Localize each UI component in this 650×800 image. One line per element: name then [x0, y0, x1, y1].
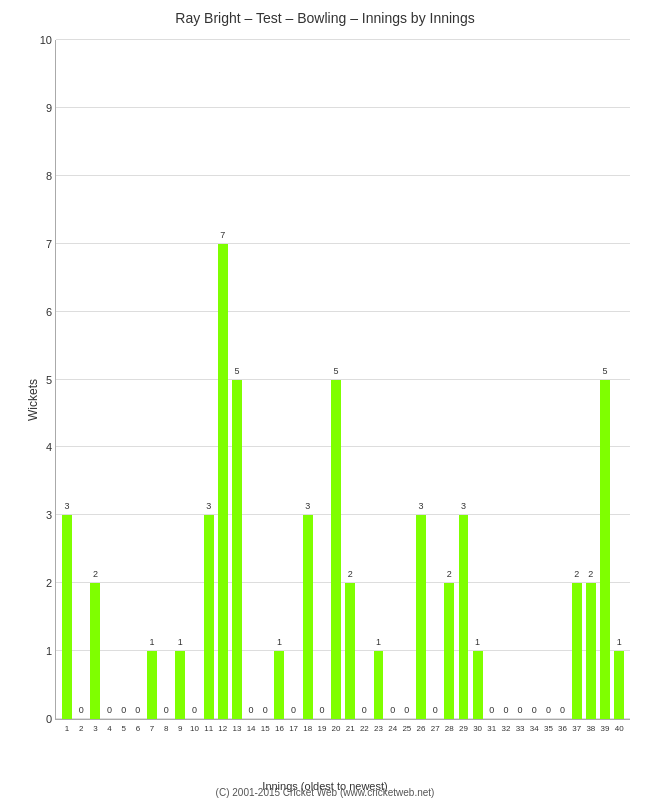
x-tick-label: 24: [386, 724, 400, 733]
chart-area: 0123456789103102230405061708190103117125…: [55, 40, 630, 720]
x-tick-label: 40: [612, 724, 626, 733]
bar-group: 036: [555, 40, 569, 719]
bar-value-label: 2: [345, 569, 355, 579]
bar-group: 022: [357, 40, 371, 719]
bar-value-label: 0: [105, 705, 115, 715]
x-tick-label: 21: [343, 724, 357, 733]
bar-value-label: 0: [430, 705, 440, 715]
bar-group: 329: [456, 40, 470, 719]
bar-value-label: 5: [232, 366, 242, 376]
bar-group: 116: [272, 40, 286, 719]
y-tick-label: 1: [46, 645, 56, 657]
bar-group: 712: [216, 40, 230, 719]
bar-group: 221: [343, 40, 357, 719]
bar: 2: [444, 583, 454, 719]
bar-value-label: 0: [190, 705, 200, 715]
bar-value-label: 0: [515, 705, 525, 715]
x-tick-label: 35: [541, 724, 555, 733]
bar-value-label: 1: [274, 637, 284, 647]
x-tick-label: 6: [131, 724, 145, 733]
x-tick-label: 10: [187, 724, 201, 733]
bar-group: 04: [102, 40, 116, 719]
bar-value-label: 0: [119, 705, 129, 715]
bar-group: 010: [187, 40, 201, 719]
x-tick-label: 15: [258, 724, 272, 733]
x-tick-label: 3: [88, 724, 102, 733]
bar-value-label: 1: [473, 637, 483, 647]
bar-group: 05: [117, 40, 131, 719]
bar-value-label: 0: [260, 705, 270, 715]
bar-value-label: 3: [303, 501, 313, 511]
x-tick-label: 14: [244, 724, 258, 733]
bar: 2: [572, 583, 582, 719]
bar-group: 19: [173, 40, 187, 719]
bar-group: 034: [527, 40, 541, 719]
y-tick-label: 2: [46, 577, 56, 589]
bar-group: 520: [329, 40, 343, 719]
y-tick-label: 4: [46, 441, 56, 453]
x-tick-label: 25: [400, 724, 414, 733]
bar-group: 513: [230, 40, 244, 719]
bar-group: 031: [485, 40, 499, 719]
bar: 3: [204, 515, 214, 719]
bar: 2: [90, 583, 100, 719]
bar-value-label: 2: [572, 569, 582, 579]
bar-group: 318: [301, 40, 315, 719]
bar-value-label: 7: [218, 230, 228, 240]
bar-group: 025: [400, 40, 414, 719]
y-tick-label: 10: [40, 34, 56, 46]
bar-group: 033: [513, 40, 527, 719]
bar-value-label: 2: [90, 569, 100, 579]
x-tick-label: 18: [301, 724, 315, 733]
bar-group: 035: [541, 40, 555, 719]
x-tick-label: 22: [357, 724, 371, 733]
bar-group: 06: [131, 40, 145, 719]
x-tick-label: 28: [442, 724, 456, 733]
x-tick-label: 38: [584, 724, 598, 733]
bar: 2: [345, 583, 355, 719]
x-tick-label: 13: [230, 724, 244, 733]
bar-group: 31: [60, 40, 74, 719]
bar: 7: [218, 244, 228, 719]
x-tick-label: 9: [173, 724, 187, 733]
bar: 1: [274, 651, 284, 719]
bar-group: 311: [202, 40, 216, 719]
bar-value-label: 2: [444, 569, 454, 579]
bar-group: 08: [159, 40, 173, 719]
bar-group: 539: [598, 40, 612, 719]
bar-group: 140: [612, 40, 626, 719]
chart-title: Ray Bright – Test – Bowling – Innings by…: [0, 0, 650, 31]
x-tick-label: 27: [428, 724, 442, 733]
y-tick-label: 7: [46, 238, 56, 250]
x-tick-label: 4: [102, 724, 116, 733]
bar-group: 123: [371, 40, 385, 719]
copyright: (C) 2001-2015 Cricket Web (www.cricketwe…: [216, 787, 435, 798]
bar-value-label: 0: [133, 705, 143, 715]
bar: 5: [331, 380, 341, 720]
x-tick-label: 16: [272, 724, 286, 733]
bar: 5: [232, 380, 242, 720]
y-tick-label: 9: [46, 102, 56, 114]
bar: 2: [586, 583, 596, 719]
bar-value-label: 0: [359, 705, 369, 715]
y-tick-label: 8: [46, 170, 56, 182]
y-tick-label: 3: [46, 509, 56, 521]
bar-value-label: 0: [317, 705, 327, 715]
x-tick-label: 37: [570, 724, 584, 733]
x-tick-label: 39: [598, 724, 612, 733]
bar: 3: [416, 515, 426, 719]
bar-group: 238: [584, 40, 598, 719]
bar-value-label: 0: [501, 705, 511, 715]
bar-value-label: 1: [147, 637, 157, 647]
bar-group: 017: [287, 40, 301, 719]
bar-value-label: 0: [246, 705, 256, 715]
bars-wrapper: 3102230405061708190103117125130140151160…: [56, 40, 630, 719]
y-tick-label: 0: [46, 713, 56, 725]
bar-group: 02: [74, 40, 88, 719]
bar-group: 014: [244, 40, 258, 719]
bar-value-label: 5: [600, 366, 610, 376]
bar: 1: [374, 651, 384, 719]
x-tick-label: 34: [527, 724, 541, 733]
bar-value-label: 0: [388, 705, 398, 715]
bar-value-label: 0: [402, 705, 412, 715]
